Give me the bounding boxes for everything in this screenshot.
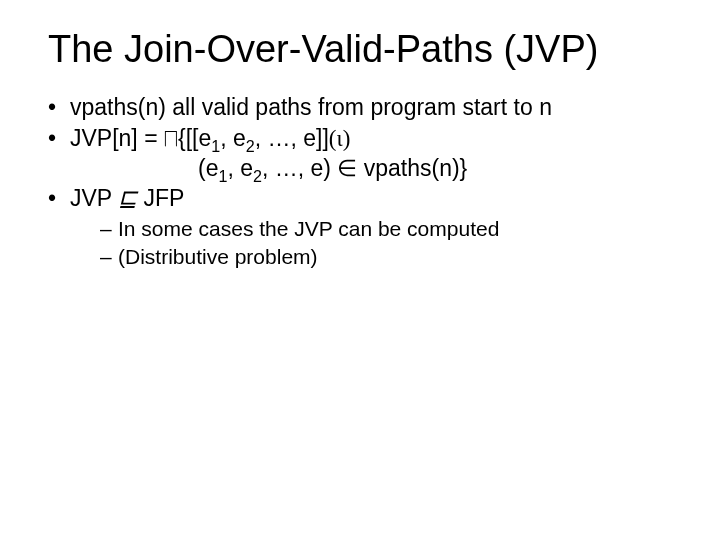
bullet-1-text: vpaths(n) all valid paths from program s… [70,94,552,120]
order-relation-symbol: ⊑ [118,186,137,211]
big-meet-symbol: ⨅ [164,125,178,151]
bullet-list: vpaths(n) all valid paths from program s… [48,93,672,271]
bullet-item-1: vpaths(n) all valid paths from program s… [48,93,672,122]
sub-bullet-2: (Distributive problem) [100,244,672,270]
slide-title: The Join-Over-Valid-Paths (JVP) [48,28,672,71]
b2l2-b: , e [227,155,253,181]
b2l2-s2: 2 [253,166,262,184]
b2-c: , …, e]] [255,125,329,151]
bullet-item-2: JVP[n] = ⨅{[[e1, e2, …, e]](ι) (e1, e2, … [48,124,672,183]
b2-sub2: 2 [246,136,255,154]
bullet-item-3: JVP ⊑ JFP In some cases the JVP can be c… [48,184,672,270]
b2-b: , e [220,125,246,151]
sub-bullet-1: In some cases the JVP can be computed [100,216,672,242]
b3-b: JFP [137,185,184,211]
b2-iota: (ι) [329,126,351,151]
element-of-symbol: ∈ [337,155,357,181]
sub1-text: In some cases the JVP can be computed [118,217,499,240]
sub-bullet-list: In some cases the JVP can be computed (D… [70,216,672,271]
b2-sub1: 1 [211,136,220,154]
b2l2-c: , …, e) [262,155,337,181]
slide: The Join-Over-Valid-Paths (JVP) vpaths(n… [0,0,720,540]
b2l2-d: vpaths(n)} [357,155,467,181]
b3-a: JVP [70,185,118,211]
sub2-text: (Distributive problem) [118,245,318,268]
b2-a: {[[e [178,125,211,151]
b2-line2: (e1, e2, …, e) ∈ vpaths(n)} [70,154,672,183]
b2l2-a: (e [198,155,218,181]
b2-lead: JVP[n] = [70,125,164,151]
